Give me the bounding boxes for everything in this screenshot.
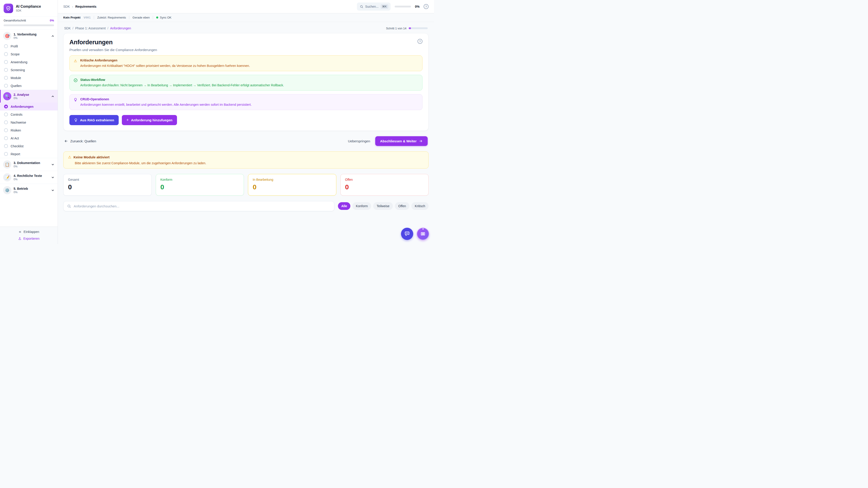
step-progress-bar xyxy=(409,27,428,29)
sidebar-item-screening[interactable]: Screening xyxy=(0,66,58,74)
section-pct: 0% xyxy=(13,165,49,168)
topbar-progress-value: 0% xyxy=(415,5,420,8)
last-saved-time: Gerade eben xyxy=(132,16,150,19)
upload-icon xyxy=(18,237,22,240)
section-pct: 0% xyxy=(13,97,49,100)
topbar: SDK › Requirements Suchen... ⌘K 0% ? xyxy=(58,0,434,13)
gear-emoji-icon: ⚙️ xyxy=(3,186,11,194)
step-progress: Schritt 1 von 14 xyxy=(386,27,428,30)
alert-text: Anforderungen koennen erstellt, bearbeit… xyxy=(80,103,252,107)
collapse-sidebar-button[interactable]: Einklappen xyxy=(18,230,39,234)
lightbulb-icon xyxy=(74,118,78,122)
step-circle-icon xyxy=(4,144,8,148)
sidebar-item-checklist[interactable]: Checklist xyxy=(0,142,58,150)
alert-text: Anforderungen durchlaufen: Nicht begonne… xyxy=(80,83,284,88)
filter-chips: Alle Konform Teilweise Offen Kritisch xyxy=(338,202,429,210)
complete-and-next-button[interactable]: Abschliessen & Weiter xyxy=(375,136,428,146)
divider xyxy=(129,16,129,19)
add-requirement-button[interactable]: + Anforderung hinzufuegen xyxy=(122,115,177,125)
sync-status: Sync OK xyxy=(156,16,171,19)
step-circle-icon xyxy=(4,128,8,132)
step-circle-icon xyxy=(4,76,8,80)
sidebar-section-rechtliche-texte[interactable]: 📝 4. Rechtliche Texte 0% xyxy=(0,171,58,184)
sidebar-item-module[interactable]: Module xyxy=(0,74,58,82)
topbar-progress-bar xyxy=(395,6,411,7)
divider xyxy=(94,16,94,19)
sidebar-section-betrieb[interactable]: ⚙️ 5. Betrieb 0% xyxy=(0,184,58,197)
critical-requirements-alert: ⚠ Kritische Anforderungen Anforderungen … xyxy=(69,55,423,71)
card-help-icon[interactable]: ? xyxy=(417,39,423,44)
page-breadcrumb: SDK / Phase 1: Assessment / Anforderunge… xyxy=(64,26,131,30)
sidebar: AI Compliance SDK Gesamtfortschritt 0% 🎯… xyxy=(0,0,58,244)
requirements-search-input[interactable] xyxy=(74,204,331,208)
lightbulb-icon xyxy=(73,97,78,107)
section-pct: 0% xyxy=(13,178,49,181)
sidebar-item-scope[interactable]: Scope xyxy=(0,50,58,58)
sidebar-item-anwendung[interactable]: Anwendung xyxy=(0,58,58,66)
status-workflow-alert: Status-Workflow Anforderungen durchlaufe… xyxy=(69,75,423,91)
chevron-down-icon xyxy=(51,163,55,166)
filter-offen[interactable]: Offen xyxy=(395,202,409,210)
sidebar-item-risiken[interactable]: Risiken xyxy=(0,126,58,134)
columns-icon xyxy=(420,231,426,236)
sidebar-section-analyse[interactable]: 🔍 2. Analyse 0% xyxy=(0,90,58,103)
step-circle-icon xyxy=(4,84,8,88)
step-circle-icon xyxy=(4,44,8,48)
breadcrumb-sdk[interactable]: SDK xyxy=(64,26,71,30)
page-subtitle: Pruefen und verwalten Sie die Compliance… xyxy=(69,48,423,52)
target-emoji-icon: 🎯 xyxy=(3,32,11,40)
sidebar-section-dokumentation[interactable]: 📋 3. Dokumentation 0% xyxy=(0,158,58,171)
step-label: Schritt 1 von 14 xyxy=(386,27,406,30)
sidebar-item-profil[interactable]: Profil xyxy=(0,42,58,50)
extract-from-rag-button[interactable]: Aus RAG extrahieren xyxy=(69,115,119,125)
breadcrumb-root[interactable]: SDK xyxy=(63,5,70,8)
section-label: 1. Vorbereitung xyxy=(13,33,49,36)
stat-value: 0 xyxy=(160,183,239,191)
filter-kritisch[interactable]: Kritisch xyxy=(411,202,429,210)
sidebar-item-nachweise[interactable]: Nachweise xyxy=(0,119,58,126)
shield-check-icon xyxy=(6,6,11,11)
sidebar-section-vorbereitung[interactable]: 🎯 1. Vorbereitung 0% xyxy=(0,30,58,42)
step-circle-icon xyxy=(4,136,8,140)
sidebar-item-report[interactable]: Report xyxy=(0,150,58,158)
alert-text: Anforderungen mit Kritikalitaet "HOCH" s… xyxy=(80,64,250,68)
skip-button[interactable]: Ueberspringen xyxy=(348,139,370,143)
breadcrumb-current: Requirements xyxy=(75,5,96,8)
breadcrumb-phase[interactable]: Phase 1: Assessment xyxy=(75,26,106,30)
arrow-left-icon xyxy=(64,139,68,143)
no-modules-warning: ⚠ Keine Module aktiviert Bitte aktiviere… xyxy=(63,151,429,168)
last-visited-label: Zuletzt: Requirements xyxy=(97,16,126,19)
app-subtitle: SDK xyxy=(16,9,41,12)
main-area: SDK › Requirements Suchen... ⌘K 0% ? Kei… xyxy=(58,0,434,244)
app-logo xyxy=(4,4,13,13)
divider xyxy=(153,16,153,19)
sidebar-nav: 🎯 1. Vorbereitung 0% Profil Scope Anwend… xyxy=(0,30,58,227)
sidebar-item-controls[interactable]: Controls xyxy=(0,110,58,119)
filter-alle[interactable]: Alle xyxy=(338,202,350,210)
content: SDK / Phase 1: Assessment / Anforderunge… xyxy=(58,22,434,244)
sidebar-item-anforderungen[interactable]: Anforderungen xyxy=(0,103,58,110)
filter-teilweise[interactable]: Teilweise xyxy=(373,202,393,210)
sidebar-item-ai-act[interactable]: AI Act xyxy=(0,134,58,142)
step-radio-selected-icon xyxy=(4,105,8,108)
search-placeholder: Suchen... xyxy=(365,5,379,8)
sync-ok-dot-icon xyxy=(156,17,158,19)
search-icon xyxy=(67,204,71,208)
back-to-quellen-button[interactable]: Zurueck: Quellen xyxy=(64,139,96,143)
warning-triangle-icon: ⚠ xyxy=(73,59,78,68)
sidebar-item-quellen[interactable]: Quellen xyxy=(0,82,58,90)
section-label: 5. Betrieb xyxy=(13,187,49,191)
chevron-up-icon xyxy=(51,95,55,98)
global-search[interactable]: Suchen... ⌘K xyxy=(357,2,391,11)
filter-konform[interactable]: Konform xyxy=(352,202,371,210)
chat-fab-button[interactable] xyxy=(401,228,413,240)
step-circle-icon xyxy=(4,52,8,56)
export-button[interactable]: Exportieren xyxy=(18,237,39,240)
clipboard-emoji-icon: 📋 xyxy=(3,160,11,168)
double-chevron-left-icon xyxy=(18,230,22,234)
plus-icon: + xyxy=(126,118,129,123)
check-circle-icon xyxy=(73,78,78,88)
help-icon[interactable]: ? xyxy=(424,4,429,9)
magnifier-emoji-icon: 🔍 xyxy=(3,92,11,100)
kanban-columns-fab-button[interactable] xyxy=(417,228,429,240)
